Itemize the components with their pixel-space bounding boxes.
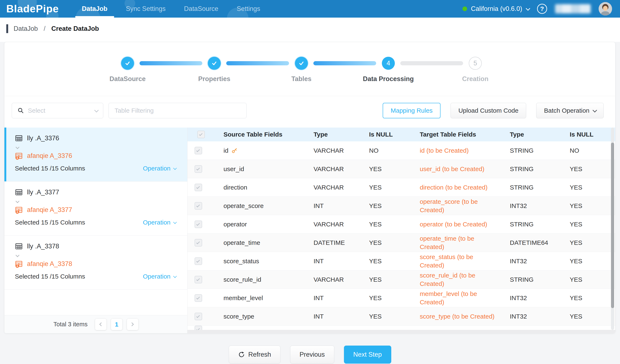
step-5-label: Creation bbox=[440, 75, 511, 83]
table-header-row: Source Table Fields Type Is NULL Target … bbox=[187, 128, 615, 141]
breadcrumb-datajob[interactable]: DataJob bbox=[14, 25, 38, 32]
source-table-icon bbox=[15, 242, 23, 250]
avatar[interactable] bbox=[599, 2, 612, 15]
source-field: operator bbox=[215, 215, 305, 233]
table-row: score_rule_id VARCHAR YES score_rule_id … bbox=[187, 270, 615, 289]
table-row: operator VARCHAR YES operator (to be Cre… bbox=[187, 215, 615, 233]
source-type: VARCHAR bbox=[305, 178, 360, 197]
target-null: YES bbox=[561, 215, 615, 233]
search-icon bbox=[17, 107, 24, 114]
check-icon bbox=[211, 60, 217, 66]
source-field: score_status bbox=[215, 252, 305, 270]
source-field: member_level bbox=[215, 289, 305, 307]
source-table-name: lly .A_3378 bbox=[27, 243, 59, 250]
next-page-button[interactable] bbox=[127, 319, 138, 330]
source-type: VARCHAR bbox=[305, 270, 360, 288]
row-checkbox[interactable] bbox=[195, 294, 202, 302]
select-all-checkbox[interactable] bbox=[197, 131, 205, 138]
select-dropdown[interactable]: Select bbox=[12, 103, 103, 118]
operation-dropdown[interactable]: Operation bbox=[143, 219, 176, 226]
step-4-label: Data Processing bbox=[353, 75, 424, 83]
target-null: YES bbox=[561, 178, 615, 197]
target-null: YES bbox=[561, 252, 615, 270]
next-step-button[interactable]: Next Step bbox=[344, 346, 391, 364]
selected-columns-count: Selected 15 /15 Columns bbox=[15, 219, 85, 226]
operation-dropdown[interactable]: Operation bbox=[143, 165, 176, 172]
target-field: user_id (to be Created) bbox=[411, 160, 501, 178]
nav-tab-sync-settings[interactable]: Sync Settings bbox=[117, 0, 175, 18]
batch-operation-button[interactable]: Batch Operation bbox=[536, 103, 604, 118]
row-checkbox[interactable] bbox=[195, 239, 202, 246]
row-checkbox[interactable] bbox=[195, 202, 202, 210]
table-row: user_id VARCHAR YES user_id (to be Creat… bbox=[187, 160, 615, 178]
username-redacted[interactable] bbox=[555, 4, 591, 13]
target-field: member_level (to be Created) bbox=[411, 289, 501, 307]
row-checkbox[interactable] bbox=[195, 147, 202, 154]
row-checkbox[interactable] bbox=[195, 258, 202, 265]
source-null: NO bbox=[360, 141, 411, 160]
target-null: YES bbox=[561, 197, 615, 215]
chevron-down-icon bbox=[173, 274, 177, 278]
table-list-item-1[interactable]: lly .A_3376 afanqie A_3376 bbox=[4, 128, 187, 182]
row-checkbox[interactable] bbox=[195, 184, 202, 191]
table-row: direction VARCHAR YES direction (to be C… bbox=[187, 178, 615, 197]
nav-tab-datasource[interactable]: DataSource bbox=[175, 0, 228, 18]
expand-arrow-icon[interactable] bbox=[16, 254, 187, 258]
step-connector bbox=[313, 61, 376, 65]
nav-tabs: DataJob Sync Settings DataSource Setting… bbox=[73, 0, 270, 18]
row-checkbox[interactable] bbox=[195, 276, 202, 283]
source-type: INT bbox=[305, 289, 360, 307]
table-row: score_status INT YES score_status (to be… bbox=[187, 252, 615, 270]
row-checkbox[interactable] bbox=[195, 313, 202, 320]
source-null: YES bbox=[360, 215, 411, 233]
target-type: INT32 bbox=[501, 307, 561, 325]
row-checkbox[interactable] bbox=[195, 221, 202, 228]
table-row: operate_time DATETIME YES operate_time (… bbox=[187, 233, 615, 252]
previous-button[interactable]: Previous bbox=[290, 346, 334, 364]
step-3-circle bbox=[295, 57, 308, 70]
expand-arrow-icon[interactable] bbox=[16, 146, 187, 149]
table-filter-input[interactable] bbox=[108, 103, 247, 118]
prev-page-button[interactable] bbox=[95, 319, 106, 330]
list-pagination: Total 3 items 1 bbox=[4, 315, 187, 333]
content: lly .A_3376 afanqie A_3376 bbox=[4, 128, 615, 333]
expand-arrow-icon[interactable] bbox=[16, 200, 187, 203]
toolbar-buttons: Mapping Rules Upload Custom Code Batch O… bbox=[383, 103, 604, 118]
source-field: direction bbox=[215, 178, 305, 197]
chevron-down-icon bbox=[173, 220, 177, 224]
row-checkbox[interactable] bbox=[195, 165, 202, 173]
target-table-add-icon bbox=[15, 152, 23, 160]
target-table-add-icon bbox=[15, 206, 23, 214]
nav-tab-datajob[interactable]: DataJob bbox=[73, 0, 117, 18]
target-field: score_type (to be Created) bbox=[411, 307, 501, 325]
nav-tab-settings[interactable]: Settings bbox=[228, 0, 269, 18]
help-icon[interactable]: ? bbox=[537, 4, 547, 14]
source-type: VARCHAR bbox=[305, 215, 360, 233]
chevron-down-icon bbox=[526, 6, 530, 11]
upload-custom-code-button[interactable]: Upload Custom Code bbox=[450, 103, 526, 118]
target-field: operator (to be Created) bbox=[411, 215, 501, 233]
source-table-icon bbox=[15, 188, 23, 196]
avatar-image bbox=[599, 2, 612, 15]
source-null: YES bbox=[360, 307, 411, 325]
select-placeholder: Select bbox=[28, 107, 45, 114]
horizontal-scrollbar-track[interactable] bbox=[187, 330, 615, 333]
target-null: YES bbox=[561, 160, 615, 178]
vertical-scrollbar-thumb[interactable] bbox=[611, 143, 614, 308]
step-2-circle bbox=[208, 57, 221, 70]
step-2-label: Properties bbox=[179, 75, 250, 83]
operation-dropdown[interactable]: Operation bbox=[143, 273, 176, 280]
table-row: member_level INT YES member_level (to be… bbox=[187, 289, 615, 307]
refresh-button[interactable]: Refresh bbox=[229, 346, 280, 364]
table-list-item-3[interactable]: lly .A_3378 afanqie A_3378 bbox=[4, 236, 187, 290]
mapping-rules-button[interactable]: Mapping Rules bbox=[383, 103, 440, 118]
page-title: Create DataJob bbox=[51, 25, 99, 32]
table-list-item-2[interactable]: lly .A_3377 afanqie A_3377 bbox=[4, 182, 187, 236]
step-connector bbox=[140, 61, 202, 65]
field-mapping-table: Source Table Fields Type Is NULL Target … bbox=[187, 128, 615, 333]
source-null: YES bbox=[360, 160, 411, 178]
region-selector[interactable]: California (v0.6.0) bbox=[463, 5, 529, 13]
source-null: YES bbox=[360, 289, 411, 307]
top-nav: BladePipe DataJob Sync Settings DataSour… bbox=[0, 0, 620, 18]
current-page-button[interactable]: 1 bbox=[111, 319, 122, 330]
